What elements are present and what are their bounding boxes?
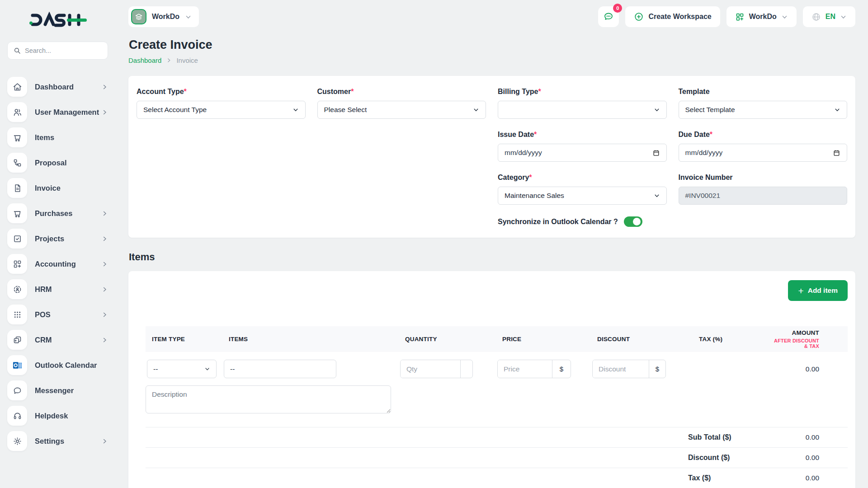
- sidebar-item-label: Outlook Calendar: [35, 361, 108, 370]
- topbar: WorkDo 0 Create Workspace WorkDo: [128, 5, 855, 28]
- issue-date-input[interactable]: mm/dd/yyyy: [498, 144, 667, 162]
- chevron-right-icon: [101, 109, 108, 116]
- app-switcher-label: WorkDo: [749, 13, 777, 21]
- chevron-down-icon: [473, 107, 479, 113]
- chevron-right-icon: [101, 438, 108, 445]
- home-icon: [7, 77, 27, 97]
- sidebar-item-label: POS: [35, 310, 101, 319]
- items-select[interactable]: --: [224, 360, 336, 378]
- quantity-stepper[interactable]: [460, 360, 472, 378]
- item-type-select[interactable]: --: [147, 360, 217, 378]
- account-type-select[interactable]: Select Account Type: [137, 101, 306, 119]
- subtotal-row: Sub Total ($) 0.00: [146, 427, 848, 447]
- price-input[interactable]: [498, 360, 552, 378]
- page-title: Create Invoice: [129, 38, 855, 52]
- due-date-value: mm/dd/yyyy: [685, 149, 723, 157]
- building-icon: [131, 9, 146, 24]
- chevron-right-icon: [101, 261, 108, 267]
- discount-currency-suffix: $: [649, 360, 665, 378]
- sidebar-item-purchases[interactable]: Purchases: [7, 203, 108, 223]
- chevron-right-icon: [101, 311, 108, 318]
- search-icon: [14, 47, 21, 54]
- col-amount-subtitle: AFTER DISCOUNT & TAX: [769, 338, 819, 349]
- search-input[interactable]: [25, 47, 109, 54]
- add-item-button[interactable]: + Add item: [788, 280, 848, 301]
- plus-circle-icon: [634, 12, 644, 22]
- account-type-value: Select Account Type: [143, 106, 207, 114]
- app-switcher-button[interactable]: WorkDo: [726, 6, 797, 27]
- plus-icon: +: [798, 286, 803, 296]
- discount-input-group: $: [592, 360, 666, 378]
- cart-icon: [7, 127, 27, 147]
- category-value: Maintenance Sales: [505, 192, 564, 200]
- language-label: EN: [826, 13, 835, 21]
- description-textarea[interactable]: [146, 385, 391, 413]
- blocks-plus-icon: [7, 254, 27, 274]
- globe-icon: [811, 12, 821, 22]
- breadcrumb: Dashboard Invoice: [128, 56, 855, 64]
- sidebar-item-label: Messenger: [35, 386, 108, 395]
- sidebar-item-label: Proposal: [35, 159, 108, 167]
- due-date-label: Due Date*: [679, 131, 848, 139]
- sidebar-item-dashboard[interactable]: Dashboard: [7, 77, 108, 97]
- outlook-icon: [7, 355, 27, 375]
- invoice-number-label: Invoice Number: [679, 174, 848, 182]
- sidebar-item-user-management[interactable]: User Management: [7, 102, 108, 122]
- sidebar-item-label: Items: [35, 133, 108, 142]
- quantity-input[interactable]: [401, 360, 460, 378]
- sidebar-item-crm[interactable]: CRM: [7, 330, 108, 350]
- sidebar-item-settings[interactable]: Settings: [7, 431, 108, 451]
- category-select[interactable]: Maintenance Sales: [498, 187, 667, 205]
- subtotal-label: Sub Total ($): [688, 433, 731, 441]
- sidebar-item-label: HRM: [35, 285, 101, 294]
- chevron-down-icon: [204, 366, 210, 372]
- items-table-header: ITEM TYPE ITEMS QUANTITY PRICE DISCOUNT …: [146, 326, 848, 352]
- quantity-input-group: [400, 360, 473, 378]
- create-workspace-label: Create Workspace: [648, 13, 711, 21]
- sidebar-item-hrm[interactable]: HRM: [7, 279, 108, 299]
- brand-logo[interactable]: [7, 10, 108, 30]
- sidebar-item-projects[interactable]: Projects: [7, 229, 108, 249]
- form-col-account: Account Type* Select Account Type: [137, 88, 306, 227]
- person-focus-icon: [7, 279, 27, 299]
- col-quantity: QUANTITY: [399, 336, 496, 343]
- billing-type-select[interactable]: [498, 101, 667, 119]
- invoice-number-input: #INV00021: [679, 187, 848, 205]
- account-type-label: Account Type*: [137, 88, 306, 96]
- sidebar-item-items[interactable]: Items: [7, 127, 108, 147]
- sidebar-item-pos[interactable]: POS: [7, 305, 108, 324]
- sidebar-item-invoice[interactable]: Invoice: [7, 178, 108, 198]
- col-price: PRICE: [496, 336, 591, 343]
- notification-badge: 0: [613, 4, 622, 13]
- breadcrumb-dashboard-link[interactable]: Dashboard: [128, 56, 161, 64]
- chevron-right-icon: [101, 286, 108, 293]
- col-item-type: ITEM TYPE: [146, 336, 222, 343]
- col-tax: TAX (%): [693, 336, 769, 343]
- sidebar-item-label: Accounting: [35, 260, 101, 268]
- sidebar-item-messenger[interactable]: Messenger: [7, 380, 108, 400]
- create-workspace-button[interactable]: Create Workspace: [625, 6, 720, 27]
- sidebar-item-accounting[interactable]: Accounting: [7, 254, 108, 274]
- tax-total-value: 0.00: [806, 474, 848, 482]
- chevron-down-icon: [840, 14, 847, 20]
- due-date-input[interactable]: mm/dd/yyyy: [679, 144, 848, 162]
- language-selector[interactable]: EN: [803, 6, 855, 27]
- form-col-billing: Billing Type* Issue Date* mm/dd/yyyy Cat…: [498, 88, 667, 227]
- col-amount: AMOUNT AFTER DISCOUNT & TAX: [769, 329, 848, 349]
- sync-outlook-toggle[interactable]: [624, 216, 642, 227]
- sidebar-item-helpdesk[interactable]: Helpdesk: [7, 406, 108, 426]
- customer-select[interactable]: Please Select: [317, 101, 486, 119]
- sidebar-item-outlook-calendar[interactable]: Outlook Calendar: [7, 355, 108, 375]
- tax-total-label: Tax ($): [688, 474, 711, 482]
- items-section-title: Items: [129, 251, 855, 263]
- document-icon: [7, 178, 27, 198]
- sidebar-item-proposal[interactable]: Proposal: [7, 153, 108, 173]
- template-select[interactable]: Select Template: [679, 101, 848, 119]
- workspace-selector[interactable]: WorkDo: [128, 6, 199, 27]
- messages-button[interactable]: 0: [598, 6, 619, 27]
- add-item-label: Add item: [808, 286, 838, 295]
- dash-logo-icon: [28, 12, 88, 28]
- sidebar-search[interactable]: [7, 42, 108, 60]
- discount-input[interactable]: [593, 360, 649, 378]
- category-label: Category*: [498, 174, 667, 182]
